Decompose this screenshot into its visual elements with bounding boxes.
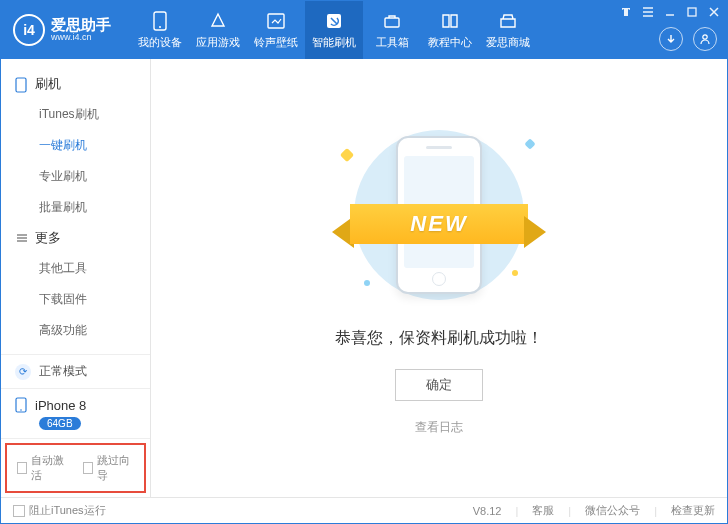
menu-icon[interactable]: [641, 5, 655, 19]
apps-icon: [208, 11, 228, 31]
footer-link-update[interactable]: 检查更新: [671, 503, 715, 518]
toolbox-icon: [382, 11, 402, 31]
new-ribbon: NEW: [350, 204, 528, 244]
nav-my-device[interactable]: 我的设备: [131, 1, 189, 59]
success-message: 恭喜您，保资料刷机成功啦！: [335, 328, 543, 349]
more-icon: [15, 231, 29, 245]
top-nav: 我的设备 应用游戏 铃声壁纸 智能刷机 工具箱 教程中心: [131, 1, 537, 59]
svg-rect-5: [688, 8, 696, 16]
device-mode[interactable]: ⟳ 正常模式: [1, 355, 150, 389]
skin-icon[interactable]: [619, 5, 633, 19]
minimize-icon[interactable]: [663, 5, 677, 19]
nav-toolbox[interactable]: 工具箱: [363, 1, 421, 59]
status-bar: 阻止iTunes运行 V8.12 | 客服 | 微信公众号 | 检查更新: [1, 497, 727, 523]
brand-url: www.i4.cn: [51, 33, 111, 43]
sidebar-item-oneclick[interactable]: 一键刷机: [1, 130, 150, 161]
app-header: i4 爱思助手 www.i4.cn 我的设备 应用游戏 铃声壁纸 智能刷机: [1, 1, 727, 59]
nav-flash[interactable]: 智能刷机: [305, 1, 363, 59]
device-icon: [15, 77, 29, 91]
device-name: iPhone 8: [35, 398, 86, 413]
svg-rect-4: [385, 18, 399, 27]
sidebar-item-advanced[interactable]: 高级功能: [1, 315, 150, 346]
checkbox-skip-guide[interactable]: 跳过向导: [83, 453, 135, 483]
svg-rect-7: [16, 78, 26, 92]
checkbox-block-itunes[interactable]: 阻止iTunes运行: [13, 503, 106, 518]
version-label: V8.12: [473, 505, 502, 517]
nav-apps[interactable]: 应用游戏: [189, 1, 247, 59]
brand-logo: i4 爱思助手 www.i4.cn: [1, 14, 123, 46]
storage-badge: 64GB: [39, 417, 81, 430]
sidebar-item-batch[interactable]: 批量刷机: [1, 192, 150, 223]
sidebar-item-firmware[interactable]: 下载固件: [1, 284, 150, 315]
window-controls: [619, 5, 721, 19]
sidebar-category-flash[interactable]: 刷机: [1, 69, 150, 99]
nav-tutorial[interactable]: 教程中心: [421, 1, 479, 59]
sidebar-item-pro[interactable]: 专业刷机: [1, 161, 150, 192]
phone-icon: [150, 11, 170, 31]
ok-button[interactable]: 确定: [395, 369, 483, 401]
footer-link-support[interactable]: 客服: [532, 503, 554, 518]
close-icon[interactable]: [707, 5, 721, 19]
nav-ringtone[interactable]: 铃声壁纸: [247, 1, 305, 59]
view-log-link[interactable]: 查看日志: [415, 419, 463, 436]
device-info[interactable]: iPhone 8 64GB: [1, 389, 150, 439]
sidebar-item-other[interactable]: 其他工具: [1, 253, 150, 284]
sidebar: 刷机 iTunes刷机 一键刷机 专业刷机 批量刷机 更多 其他工具 下载固件 …: [1, 59, 151, 497]
main-panel: NEW 恭喜您，保资料刷机成功啦！ 确定 查看日志: [151, 59, 727, 497]
checkbox-auto-activate[interactable]: 自动激活: [17, 453, 69, 483]
options-highlight: 自动激活 跳过向导: [5, 443, 146, 493]
sidebar-category-more[interactable]: 更多: [1, 223, 150, 253]
refresh-icon: ⟳: [15, 364, 31, 380]
logo-badge-icon: i4: [13, 14, 45, 46]
success-illustration: NEW: [324, 120, 554, 310]
user-icon[interactable]: [693, 27, 717, 51]
book-icon: [440, 11, 460, 31]
flash-icon: [324, 11, 344, 31]
sidebar-item-itunes[interactable]: iTunes刷机: [1, 99, 150, 130]
svg-point-1: [159, 26, 161, 28]
store-icon: [498, 11, 518, 31]
brand-name: 爱思助手: [51, 17, 111, 34]
footer-link-wechat[interactable]: 微信公众号: [585, 503, 640, 518]
svg-point-9: [20, 409, 22, 411]
download-icon[interactable]: [659, 27, 683, 51]
phone-small-icon: [15, 397, 27, 413]
svg-point-6: [703, 35, 707, 39]
wallpaper-icon: [266, 11, 286, 31]
nav-store[interactable]: 爱思商城: [479, 1, 537, 59]
maximize-icon[interactable]: [685, 5, 699, 19]
